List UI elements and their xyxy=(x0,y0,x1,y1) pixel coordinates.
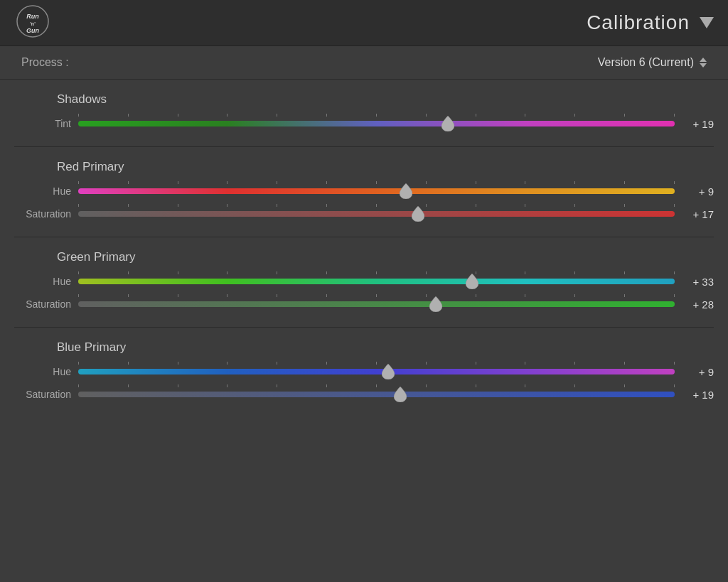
tick-mark xyxy=(624,384,625,387)
tick-marks-red-hue xyxy=(78,180,675,184)
section-shadows: ShadowsTint + 19 xyxy=(14,80,714,147)
tick-mark xyxy=(525,362,525,365)
tick-mark xyxy=(426,294,427,297)
tick-mark xyxy=(376,384,377,387)
slider-track-container-red-sat[interactable] xyxy=(78,207,675,221)
tick-mark xyxy=(476,204,476,207)
tick-mark xyxy=(376,271,377,274)
tick-mark xyxy=(78,362,79,365)
slider-thumb-blue-sat[interactable] xyxy=(394,387,407,402)
section-title-green-primary: Green Primary xyxy=(14,250,714,264)
tick-mark xyxy=(78,204,79,207)
slider-row-shadows-tint: Tint + 19 xyxy=(14,117,714,131)
tick-mark xyxy=(476,181,476,184)
slider-label-green-sat: Saturation xyxy=(14,298,71,310)
slider-value-red-hue: + 9 xyxy=(682,185,714,198)
section-title-red-primary: Red Primary xyxy=(14,160,714,174)
tick-mark xyxy=(128,384,129,387)
process-version: Version 6 (Current) xyxy=(598,56,694,69)
slider-track-container-green-hue[interactable] xyxy=(78,274,675,289)
tick-mark xyxy=(574,114,575,117)
tick-mark xyxy=(227,114,228,117)
slider-row-green-sat: Saturation + 28 xyxy=(14,297,714,311)
process-label: Process : xyxy=(21,56,69,69)
slider-track-container-shadows-tint[interactable] xyxy=(78,117,675,131)
slider-track-container-blue-hue[interactable] xyxy=(78,365,675,379)
tick-mark xyxy=(674,181,675,184)
tick-mark xyxy=(78,271,79,274)
tick-mark xyxy=(426,384,427,387)
slider-value-red-sat: + 17 xyxy=(682,208,714,220)
slider-thumb-red-sat[interactable] xyxy=(412,206,424,222)
tick-mark xyxy=(227,181,228,184)
tick-mark xyxy=(674,271,675,274)
svg-text:Run: Run xyxy=(26,13,39,20)
tick-mark xyxy=(624,204,625,207)
tick-mark xyxy=(277,204,277,207)
tick-mark xyxy=(426,181,427,184)
tick-mark xyxy=(326,294,327,297)
slider-track-container-blue-sat[interactable] xyxy=(78,387,675,402)
slider-thumb-green-hue[interactable] xyxy=(466,274,478,289)
tick-mark xyxy=(326,181,327,184)
tick-mark xyxy=(574,181,575,184)
header-right: Calibration xyxy=(587,11,714,34)
process-up-arrow[interactable] xyxy=(700,58,707,62)
process-value: Version 6 (Current) xyxy=(598,56,707,69)
tick-mark xyxy=(326,114,327,117)
process-stepper[interactable] xyxy=(700,58,707,68)
main-content: ShadowsTint + 19Red PrimaryHue + 9Satura… xyxy=(0,80,728,582)
slider-track-red-sat xyxy=(78,211,675,217)
slider-value-green-hue: + 33 xyxy=(682,276,714,288)
tick-mark xyxy=(128,362,129,365)
tick-marks-red-sat xyxy=(78,203,675,207)
slider-track-container-red-hue[interactable] xyxy=(78,184,675,198)
process-down-arrow[interactable] xyxy=(700,63,707,68)
slider-label-red-hue: Hue xyxy=(14,185,71,197)
tick-mark xyxy=(277,114,277,117)
app-container: Run 'n' Gun Calibration Process : Versio… xyxy=(0,0,728,582)
tick-mark xyxy=(674,362,675,365)
svg-text:'n': 'n' xyxy=(30,21,36,26)
section-title-blue-primary: Blue Primary xyxy=(14,340,714,355)
slider-value-shadows-tint: + 19 xyxy=(682,118,714,130)
tick-mark xyxy=(476,362,476,365)
tick-mark xyxy=(128,181,129,184)
slider-track-red-hue xyxy=(78,188,675,194)
tick-mark xyxy=(178,271,178,274)
tick-mark xyxy=(674,294,675,297)
tick-mark xyxy=(128,114,129,117)
tick-mark xyxy=(624,181,625,184)
slider-row-green-hue: Hue + 33 xyxy=(14,274,714,289)
tick-mark xyxy=(525,271,525,274)
collapse-icon[interactable] xyxy=(700,17,714,28)
tick-mark xyxy=(674,384,675,387)
tick-mark xyxy=(525,384,525,387)
slider-row-red-hue: Hue + 9 xyxy=(14,184,714,198)
tick-mark xyxy=(525,294,525,297)
tick-mark xyxy=(178,384,178,387)
tick-mark xyxy=(277,294,277,297)
slider-thumb-red-hue[interactable] xyxy=(400,183,412,199)
slider-row-blue-sat: Saturation + 19 xyxy=(14,387,714,402)
slider-thumb-blue-hue[interactable] xyxy=(382,364,395,379)
tick-mark xyxy=(78,384,79,387)
slider-thumb-green-sat[interactable] xyxy=(429,296,442,312)
tick-mark xyxy=(624,271,625,274)
tick-mark xyxy=(376,181,377,184)
svg-text:Gun: Gun xyxy=(26,27,39,34)
tick-mark xyxy=(574,271,575,274)
tick-mark xyxy=(426,271,427,274)
slider-value-blue-sat: + 19 xyxy=(682,389,714,401)
section-green-primary: Green PrimaryHue + 33Saturation + 28 xyxy=(14,237,714,328)
slider-track-container-green-sat[interactable] xyxy=(78,297,675,311)
tick-mark xyxy=(178,181,178,184)
tick-marks-shadows-tint xyxy=(78,112,675,117)
tick-mark xyxy=(326,362,327,365)
slider-thumb-shadows-tint[interactable] xyxy=(441,116,454,131)
tick-mark xyxy=(624,294,625,297)
slider-label-green-hue: Hue xyxy=(14,276,71,287)
slider-label-blue-hue: Hue xyxy=(14,366,71,377)
tick-mark xyxy=(128,294,129,297)
tick-mark xyxy=(178,114,178,117)
